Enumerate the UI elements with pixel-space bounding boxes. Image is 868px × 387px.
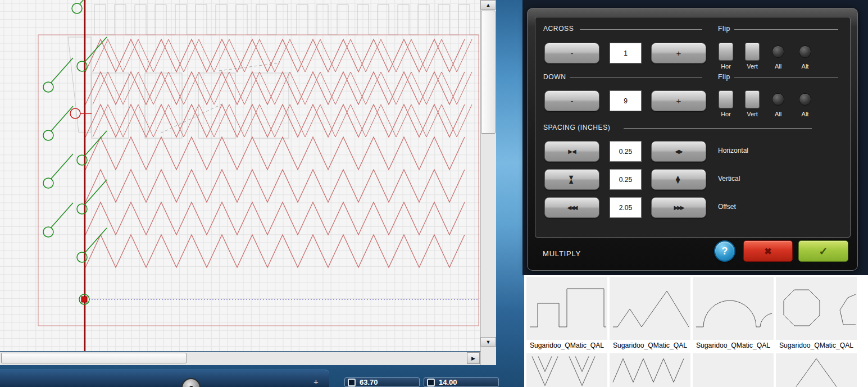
pattern-thumbnail bbox=[610, 277, 690, 340]
flip-across-all-toggle[interactable] bbox=[772, 45, 784, 58]
help-button[interactable]: ? bbox=[714, 240, 735, 262]
across-value-field[interactable]: 1 bbox=[610, 43, 642, 63]
flip-down-horizontal-button[interactable] bbox=[719, 90, 733, 108]
cancel-x-icon: ✖ bbox=[764, 246, 771, 257]
scroll-up-button[interactable]: ▲ bbox=[480, 0, 496, 10]
pattern-thumbnail bbox=[526, 353, 607, 387]
scroll-right-button[interactable]: ▶ bbox=[467, 352, 480, 364]
offset-right-icon: ▶▶▶ bbox=[674, 204, 683, 211]
horizontal-scrollbar-thumb[interactable] bbox=[1, 353, 187, 363]
vertical-scrollbar-thumb[interactable] bbox=[481, 11, 496, 134]
spacing-horizontal-value-field[interactable]: 0.25 bbox=[610, 141, 642, 162]
up-arrow-icon: ▲ bbox=[486, 2, 491, 8]
down-label: DOWN bbox=[543, 73, 566, 81]
right-arrow-icon: ▶ bbox=[471, 356, 475, 361]
collapse-vertical-icon: ▶◀ bbox=[569, 176, 575, 183]
pattern-thumbnail bbox=[693, 353, 774, 387]
pattern-name: Sugaridoo_QMatic_QAL bbox=[526, 340, 607, 351]
scroll-down-button[interactable]: ▼ bbox=[480, 337, 496, 347]
minus-icon: - bbox=[571, 96, 574, 106]
y-position-icon bbox=[427, 379, 435, 386]
y-position-value: 14.00 bbox=[439, 378, 457, 386]
checkmark-icon: ✓ bbox=[819, 245, 828, 258]
pattern-tile[interactable] bbox=[776, 352, 857, 387]
pattern-thumbnail bbox=[526, 277, 607, 340]
spacing-vertical-decrease-button[interactable]: ▶◀ bbox=[544, 169, 599, 190]
down-value-field[interactable]: 9 bbox=[610, 90, 642, 111]
across-increase-button[interactable]: + bbox=[651, 43, 706, 63]
x-position-icon bbox=[348, 379, 356, 386]
minus-icon: - bbox=[571, 48, 574, 58]
x-position-value: 63.70 bbox=[360, 378, 378, 386]
application-window: ▲ ▼ ▶ + 63.70 14.00 ACROSS Flip - 1 + bbox=[0, 0, 868, 387]
cancel-button[interactable]: ✖ bbox=[743, 240, 793, 262]
pattern-tile[interactable] bbox=[610, 352, 690, 387]
divider bbox=[570, 78, 702, 78]
flip-down-label: Flip bbox=[718, 73, 730, 81]
flip-across-horizontal-button[interactable] bbox=[719, 43, 733, 61]
plus-marker: + bbox=[313, 377, 319, 386]
down-decrease-button[interactable]: - bbox=[544, 90, 599, 111]
pattern-tile[interactable]: Sugaridoo_QMatic_QAL bbox=[526, 275, 607, 351]
dialog-title: MULTIPLY bbox=[543, 249, 581, 258]
blank-pattern-icon bbox=[693, 353, 774, 387]
offset-value-field[interactable]: 2.05 bbox=[610, 197, 642, 218]
multiply-dialog: ACROSS Flip - 1 + Hor Vert All Alt DOWN … bbox=[527, 8, 858, 271]
design-canvas[interactable] bbox=[0, 0, 480, 351]
offset-increase-button[interactable]: ▶▶▶ bbox=[651, 197, 706, 218]
divider bbox=[734, 78, 838, 78]
spacing-vertical-increase-button[interactable]: ◀▶ bbox=[651, 169, 706, 190]
pattern-thumbnail bbox=[776, 353, 857, 387]
offset-decrease-button[interactable]: ◀◀◀ bbox=[544, 197, 599, 218]
flip-across-alt-label: Alt bbox=[790, 63, 820, 70]
x-position-readout: 63.70 bbox=[344, 377, 420, 387]
expand-vertical-icon: ◀▶ bbox=[675, 176, 681, 183]
pattern-thumbnail bbox=[776, 277, 857, 340]
spacing-horizontal-label: Horizontal bbox=[718, 147, 748, 154]
square-wave-pattern-icon bbox=[526, 277, 607, 340]
pattern-tile[interactable]: Sugaridoo_QMatic_QAL bbox=[610, 275, 690, 351]
pattern-tile[interactable] bbox=[526, 352, 607, 387]
octagon-pattern-icon bbox=[776, 277, 857, 340]
down-arrow-icon: ▼ bbox=[486, 339, 491, 345]
zigzag-pattern-icon bbox=[610, 353, 690, 387]
divider bbox=[580, 29, 702, 30]
offset-left-icon: ◀◀◀ bbox=[567, 204, 576, 211]
spacing-label: SPACING (INCHES) bbox=[543, 124, 610, 131]
pattern-tile[interactable] bbox=[693, 352, 774, 387]
arc-pattern-icon bbox=[693, 277, 774, 340]
flip-down-all-toggle[interactable] bbox=[772, 93, 784, 106]
spacing-vertical-value-field[interactable]: 0.25 bbox=[610, 169, 642, 190]
pattern-tile[interactable]: Sugaridoo_QMatic_QAL bbox=[776, 275, 857, 351]
across-decrease-button[interactable]: - bbox=[544, 43, 599, 63]
spacing-horizontal-increase-button[interactable]: ◀▶ bbox=[651, 141, 706, 162]
flip-down-vertical-button[interactable] bbox=[745, 90, 760, 108]
flip-down-alt-toggle[interactable] bbox=[799, 93, 811, 106]
bottom-control-bar bbox=[0, 370, 329, 387]
pattern-thumbnail bbox=[610, 353, 690, 387]
divider bbox=[734, 29, 838, 30]
pattern-library: Sugaridoo_QMatic_QAL Sugaridoo_QMatic_QA… bbox=[524, 275, 868, 387]
plus-icon: + bbox=[676, 96, 681, 106]
flip-down-all-label: All bbox=[763, 111, 793, 117]
multiply-dialog-panel: ACROSS Flip - 1 + Hor Vert All Alt DOWN … bbox=[535, 17, 851, 238]
flip-across-label: Flip bbox=[718, 25, 730, 33]
expand-horizontal-icon: ◀▶ bbox=[675, 148, 682, 154]
flip-across-vertical-button[interactable] bbox=[745, 43, 760, 61]
pattern-name: Sugaridoo_QMatic_QAL bbox=[610, 340, 690, 351]
flip-down-hor-label: Hor bbox=[711, 111, 741, 117]
confirm-button[interactable]: ✓ bbox=[798, 240, 848, 262]
question-mark-icon: ? bbox=[722, 245, 728, 257]
spacing-horizontal-decrease-button[interactable]: ▶◀ bbox=[544, 141, 599, 162]
pattern-name: Sugaridoo_QMatic_QAL bbox=[776, 340, 857, 351]
flip-across-hor-label: Hor bbox=[711, 63, 741, 70]
y-position-readout: 14.00 bbox=[424, 377, 499, 387]
down-increase-button[interactable]: + bbox=[651, 90, 706, 111]
spacing-offset-label: Offset bbox=[718, 203, 736, 211]
double-v-pattern-icon bbox=[526, 353, 607, 387]
flip-across-all-label: All bbox=[763, 63, 793, 70]
flip-across-alt-toggle[interactable] bbox=[799, 45, 811, 58]
triangle-pattern-icon bbox=[776, 353, 857, 387]
divider bbox=[624, 128, 812, 129]
pattern-tile[interactable]: Sugaridoo_QMatic_QAL bbox=[693, 275, 774, 351]
